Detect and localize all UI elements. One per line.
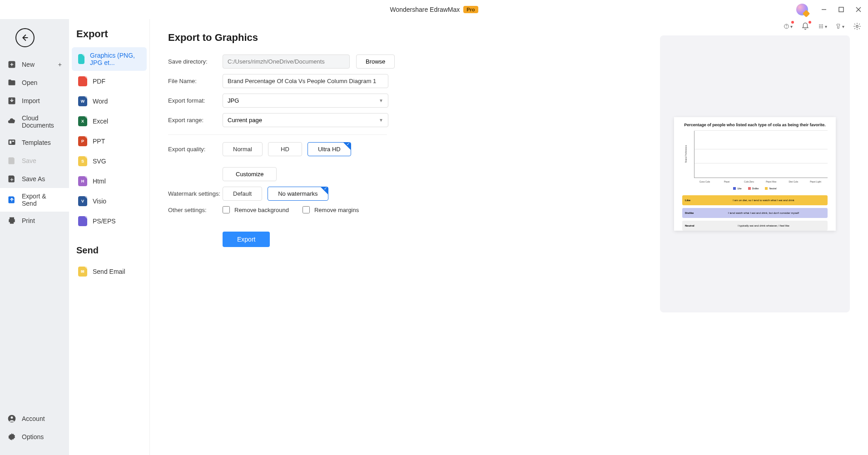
templates-icon xyxy=(7,138,16,147)
watermark-none[interactable]: No watermarks xyxy=(268,187,328,201)
window-controls xyxy=(796,4,863,15)
save-dir-input[interactable] xyxy=(223,54,350,69)
watermark-label: Watermark settings: xyxy=(168,190,223,197)
ps-icon xyxy=(78,216,87,226)
nav-label: Export & Send xyxy=(22,193,62,207)
plus-square-icon xyxy=(7,60,16,69)
export-word[interactable]: WWord xyxy=(72,92,147,111)
send-email[interactable]: ✉Send Email xyxy=(72,262,147,281)
bars-area: Coca ColaPepsiCola ZeroPepsi MaxDiet Col… xyxy=(694,131,828,178)
nav-account[interactable]: Account xyxy=(0,410,69,428)
nav-new[interactable]: New + xyxy=(0,55,69,74)
svg-point-21 xyxy=(11,416,13,419)
main-layout: New + Open Import Cloud Documents Templa… xyxy=(0,19,868,455)
quality-label: Export quality: xyxy=(168,146,223,153)
minimize-button[interactable] xyxy=(820,5,828,14)
import-icon xyxy=(7,96,16,105)
export-graphics[interactable]: Graphics (PNG, JPG et... xyxy=(72,47,147,71)
export-label: Graphics (PNG, JPG et... xyxy=(90,52,140,66)
info-rows: LikeI am on diet, so I tend to watch wha… xyxy=(682,195,828,231)
nav-templates[interactable]: Templates xyxy=(0,134,69,152)
remove-bg-checkbox[interactable]: Remove background xyxy=(223,206,289,213)
customize-button[interactable]: Customize xyxy=(223,167,277,181)
nav-label: Open xyxy=(22,79,37,86)
remove-bg-input[interactable] xyxy=(223,206,230,213)
export-label: PS/EPS xyxy=(93,218,116,225)
export-pdf[interactable]: PDF xyxy=(72,72,147,91)
range-value: Current page xyxy=(228,117,262,124)
export-icon xyxy=(7,195,16,204)
export-ps[interactable]: PS/EPS xyxy=(72,212,147,231)
export-label: PDF xyxy=(93,78,105,85)
save-as-icon xyxy=(7,174,16,183)
chevron-down-icon: ▼ xyxy=(379,118,383,123)
export-label: Visio xyxy=(93,198,106,205)
filename-label: File Name: xyxy=(168,78,223,84)
nav-label: New xyxy=(22,61,35,68)
nav-print[interactable]: Print xyxy=(0,212,69,230)
content-area: Export to Graphics Save directory: Brows… xyxy=(150,19,868,455)
svg-icon: S xyxy=(78,156,87,166)
send-label: Send Email xyxy=(93,268,125,275)
export-excel[interactable]: XExcel xyxy=(72,112,147,131)
back-button[interactable] xyxy=(15,28,35,47)
folder-icon xyxy=(7,78,16,87)
excel-icon: X xyxy=(78,116,87,126)
nav-label: Templates xyxy=(22,139,51,146)
chart: Brand Preference Coca ColaPepsiCola Zero… xyxy=(682,131,828,185)
nav-label: Save As xyxy=(22,175,45,183)
nav-open[interactable]: Open xyxy=(0,74,69,92)
export-label: Excel xyxy=(93,118,108,125)
export-heading: Export xyxy=(69,26,149,46)
export-ppt[interactable]: PPPT xyxy=(72,132,147,151)
close-button[interactable] xyxy=(854,5,863,14)
graphics-icon xyxy=(78,54,84,64)
divider xyxy=(168,134,387,135)
save-dir-label: Save directory: xyxy=(168,58,223,65)
nav-import[interactable]: Import xyxy=(0,92,69,110)
quality-ultra[interactable]: Ultra HD xyxy=(308,142,351,156)
avatar[interactable] xyxy=(796,4,808,15)
range-select[interactable]: Current page▼ xyxy=(223,113,388,127)
app-title: Wondershare EdrawMax xyxy=(390,6,460,13)
other-label: Other settings: xyxy=(168,207,223,213)
chart-legend: LikeDislikeNeutral xyxy=(682,187,828,190)
nav-label: Cloud Documents xyxy=(22,114,62,129)
export-svg[interactable]: SSVG xyxy=(72,152,147,171)
nav-bottom: Account Options xyxy=(0,410,69,455)
nav-list: New + Open Import Cloud Documents Templa… xyxy=(0,55,69,410)
export-visio[interactable]: VVisio xyxy=(72,192,147,211)
html-icon: H xyxy=(78,176,87,186)
y-axis-label: Brand Preference xyxy=(684,145,687,163)
print-icon xyxy=(7,216,16,225)
nav-save-as[interactable]: Save As xyxy=(0,170,69,188)
svg-rect-1 xyxy=(839,7,843,12)
remove-margins-input[interactable] xyxy=(303,206,310,213)
cloud-icon xyxy=(7,117,16,126)
nav-options[interactable]: Options xyxy=(0,428,69,446)
quality-hd[interactable]: HD xyxy=(268,142,302,156)
new-plus-icon[interactable]: + xyxy=(58,61,62,68)
filename-input[interactable] xyxy=(223,74,388,88)
maximize-button[interactable] xyxy=(837,5,845,14)
format-select[interactable]: JPG▼ xyxy=(223,94,388,108)
export-html[interactable]: HHtml xyxy=(72,172,147,191)
export-label: PPT xyxy=(93,138,105,145)
word-icon: W xyxy=(78,96,87,106)
watermark-group: Default No watermarks xyxy=(223,187,328,201)
quality-normal[interactable]: Normal xyxy=(223,142,263,156)
other-group: Remove background Remove margins xyxy=(223,206,359,213)
nav-cloud[interactable]: Cloud Documents xyxy=(0,110,69,134)
watermark-default[interactable]: Default xyxy=(223,187,262,201)
remove-margins-checkbox[interactable]: Remove margins xyxy=(303,206,359,213)
ppt-icon: P xyxy=(78,136,87,146)
nav-export-send[interactable]: Export & Send xyxy=(0,188,69,212)
export-label: Word xyxy=(93,98,108,105)
titlebar: Wondershare EdrawMax Pro xyxy=(0,0,868,19)
pdf-icon xyxy=(78,76,87,86)
nav-label: Print xyxy=(22,217,35,224)
browse-button[interactable]: Browse xyxy=(356,54,395,69)
export-button[interactable]: Export xyxy=(223,232,270,247)
export-subpanel: Export Graphics (PNG, JPG et... PDF WWor… xyxy=(69,19,150,455)
svg-rect-17 xyxy=(9,139,15,145)
